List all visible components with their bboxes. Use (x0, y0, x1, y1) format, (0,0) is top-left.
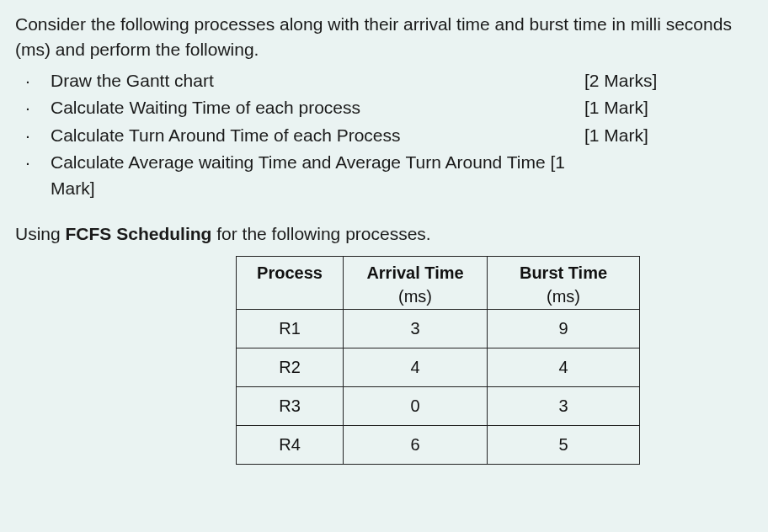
task-text: Calculate Average waiting Time and Avera… (51, 150, 584, 201)
col-process: Process (237, 256, 344, 309)
scheduling-instruction: Using FCFS Scheduling for the following … (15, 221, 753, 247)
cell-burst: 9 (488, 309, 640, 348)
bullet-dot-icon: · (15, 68, 51, 93)
table-row: R1 3 9 (237, 309, 640, 348)
cell-arrival: 0 (344, 386, 488, 425)
task-marks: [1 Mark] (584, 95, 753, 120)
table-header-row: Process Arrival Time (ms) Burst Time (ms… (237, 256, 640, 309)
table-row: R3 0 3 (237, 386, 640, 425)
instr-suffix: for the following processes. (211, 224, 430, 243)
instr-algorithm: FCFS Scheduling (66, 224, 212, 243)
question-intro: Consider the following processes along w… (15, 12, 753, 63)
list-item: · Calculate Average waiting Time and Ave… (15, 150, 753, 201)
table-row: R2 4 4 (237, 348, 640, 386)
bullet-dot-icon: · (15, 150, 51, 175)
task-text: Calculate Waiting Time of each process (51, 95, 584, 120)
task-text: Calculate Turn Around Time of each Proce… (51, 123, 584, 148)
cell-burst: 5 (488, 425, 640, 464)
cell-arrival: 6 (344, 425, 488, 464)
bullet-dot-icon: · (15, 95, 51, 120)
process-table: Process Arrival Time (ms) Burst Time (ms… (236, 256, 640, 465)
col-arrival: Arrival Time (ms) (344, 256, 488, 309)
bullet-dot-icon: · (15, 123, 51, 148)
cell-process: R3 (237, 386, 344, 425)
cell-burst: 3 (488, 386, 640, 425)
task-marks: [2 Marks] (584, 68, 753, 93)
cell-arrival: 4 (344, 348, 488, 386)
cell-process: R4 (237, 425, 344, 464)
task-list: · Draw the Gantt chart [2 Marks] · Calcu… (15, 68, 753, 201)
table-row: R4 6 5 (237, 425, 640, 464)
task-text: Draw the Gantt chart (51, 68, 584, 93)
task-marks: [1 Mark] (584, 123, 753, 148)
cell-process: R1 (237, 309, 344, 348)
list-item: · Draw the Gantt chart [2 Marks] (15, 68, 753, 93)
instr-prefix: Using (15, 224, 66, 243)
cell-arrival: 3 (344, 309, 488, 348)
list-item: · Calculate Waiting Time of each process… (15, 95, 753, 120)
col-burst: Burst Time (ms) (488, 256, 640, 309)
list-item: · Calculate Turn Around Time of each Pro… (15, 123, 753, 148)
cell-burst: 4 (488, 348, 640, 386)
question-page: Consider the following processes along w… (0, 0, 768, 473)
cell-process: R2 (237, 348, 344, 386)
